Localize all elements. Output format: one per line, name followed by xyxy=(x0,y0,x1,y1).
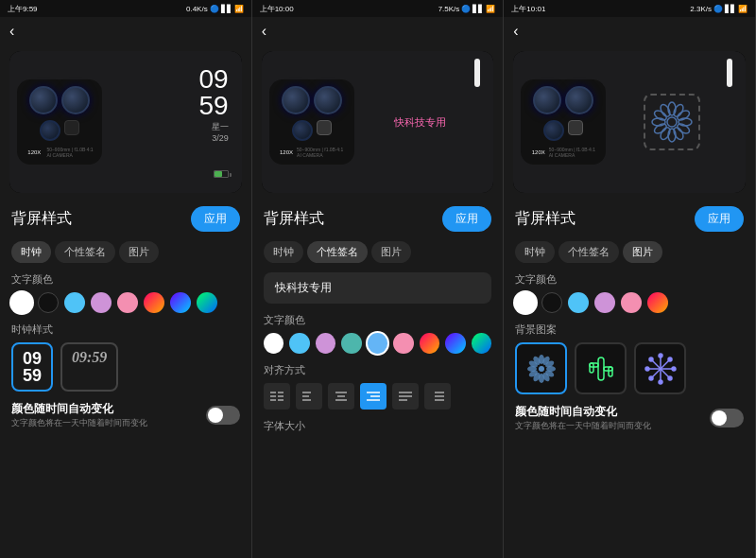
back-button-3[interactable]: ‹ xyxy=(504,17,755,45)
lens-main-3 xyxy=(533,86,561,114)
svg-point-62 xyxy=(649,376,653,380)
status-icons-2: 7.5K/s 🔵 ▋▋ 📶 xyxy=(438,5,496,13)
dashed-box-3 xyxy=(644,94,700,150)
color-black-1[interactable] xyxy=(38,292,59,313)
svg-point-21 xyxy=(667,117,677,127)
color-lightblue-2[interactable] xyxy=(289,333,310,354)
battery-area xyxy=(210,170,229,185)
tab-signature-1[interactable]: 个性签名 xyxy=(55,241,115,263)
color-black-3[interactable] xyxy=(541,292,562,313)
color-lightblue-1[interactable] xyxy=(64,292,85,313)
svg-point-34 xyxy=(539,366,544,372)
clock-style-digital-1[interactable]: 09 59 xyxy=(11,342,53,392)
svg-point-58 xyxy=(645,367,649,371)
color-pink-2[interactable] xyxy=(393,333,414,354)
color-grad1-3[interactable] xyxy=(647,292,668,313)
apply-button-1[interactable]: 应用 xyxy=(191,206,240,232)
tabs-row-1: 时钟 个性签名 图片 xyxy=(11,241,240,263)
signature-input-2[interactable]: 快科技专用 xyxy=(264,272,492,304)
tab-clock-1[interactable]: 时钟 xyxy=(11,241,51,263)
color-grad1-1[interactable] xyxy=(144,292,164,313)
color-grad1-2[interactable] xyxy=(420,333,440,354)
color-lightblue-3[interactable] xyxy=(568,292,589,313)
lens-small-2 xyxy=(292,120,313,141)
signal-icon-2: ▋▋ xyxy=(472,5,484,13)
auto-change-desc-1: 文字颜色将在一天中随着时间而变化 xyxy=(11,417,147,429)
tab-image-3[interactable]: 图片 xyxy=(623,241,662,263)
watermark-area: 快科技专用 xyxy=(354,115,487,130)
font-size-label-2: 字体大小 xyxy=(264,419,492,433)
bluetooth-icon-2: 🔵 xyxy=(461,5,471,13)
flash-2 xyxy=(317,120,332,135)
svg-rect-49 xyxy=(590,363,593,373)
toggle-auto-1[interactable] xyxy=(206,406,240,425)
panel-2: 上午10:00 7.5K/s 🔵 ▋▋ 📶 ‹ 120X 50~900mm | … xyxy=(252,0,505,558)
color-grad3-2[interactable] xyxy=(472,333,492,354)
color-white-1[interactable] xyxy=(11,292,32,313)
lens-small-1 xyxy=(40,120,60,141)
color-blue-2[interactable] xyxy=(368,333,388,354)
tab-signature-2[interactable]: 个性签名 xyxy=(307,241,368,263)
pattern-snowflake-3[interactable] xyxy=(634,342,686,394)
color-purple-1[interactable] xyxy=(91,292,112,313)
back-button-2[interactable]: ‹ xyxy=(252,17,504,45)
status-bar-1: 上午9:59 0.4K/s 🔵 ▋▋ 📶 xyxy=(0,0,251,17)
svg-point-30 xyxy=(653,122,668,135)
status-time-3: 上午10:01 xyxy=(511,4,545,14)
svg-point-57 xyxy=(659,380,662,384)
speed-indicator-3: 2.3K/s xyxy=(690,5,712,13)
tab-image-1[interactable]: 图片 xyxy=(119,241,159,263)
color-white-3[interactable] xyxy=(515,292,536,313)
wifi-icon-3: 📶 xyxy=(738,5,747,13)
toggle-auto-3[interactable] xyxy=(710,409,744,427)
color-grad2-2[interactable] xyxy=(445,333,466,354)
apply-button-3[interactable]: 应用 xyxy=(695,206,744,232)
panel-3: 上午10:01 2.3K/s 🔵 ▋▋ 📶 ‹ 120X 50~900mm | … xyxy=(504,0,756,558)
align-btn-right-alt-2[interactable] xyxy=(424,383,451,410)
camera-module-1: 120X 50~900mm | f1.0B·4:1AI CAMERA xyxy=(17,79,102,165)
color-purple-3[interactable] xyxy=(594,292,615,313)
clock-style-alt-1[interactable]: 09:59 xyxy=(60,342,118,392)
status-bar-2: 上午10:00 7.5K/s 🔵 ▋▋ 📶 xyxy=(252,0,504,17)
wifi-icon: 📶 xyxy=(234,5,244,13)
tab-clock-2[interactable]: 时钟 xyxy=(264,241,303,263)
pattern-preview-area xyxy=(606,94,738,150)
svg-point-27 xyxy=(672,126,685,141)
apply-button-2[interactable]: 应用 xyxy=(442,206,491,232)
align-btn-left-2[interactable] xyxy=(296,383,322,410)
tab-image-2[interactable]: 图片 xyxy=(371,241,411,263)
auto-change-title-3: 颜色随时间自动变化 xyxy=(515,404,651,420)
zoom-badge-1: 120X xyxy=(27,149,41,155)
back-button-1[interactable]: ‹ xyxy=(0,17,251,45)
lens-small-3 xyxy=(543,120,564,141)
clock-date-1: 星一3/29 xyxy=(212,121,229,143)
camera-body-3: 120X 50~900mm | f1.0B·4:1AI CAMERA xyxy=(513,51,746,193)
tab-signature-3[interactable]: 个性签名 xyxy=(558,241,619,263)
align-btn-left-split-2[interactable] xyxy=(264,383,290,410)
color-purple-2[interactable] xyxy=(316,333,336,354)
lens-main-2 xyxy=(282,86,310,114)
align-btn-justify-2[interactable] xyxy=(392,383,419,410)
camera-module-3: 120X 50~900mm | f1.0B·4:1AI CAMERA xyxy=(521,79,606,165)
tab-clock-3[interactable]: 时钟 xyxy=(515,241,555,263)
align-btn-center-2[interactable] xyxy=(328,383,354,410)
color-grad3-1[interactable] xyxy=(197,292,217,313)
color-teal-2[interactable] xyxy=(341,333,362,354)
lens-secondary-1 xyxy=(61,86,90,114)
color-white-2[interactable] xyxy=(264,333,284,354)
color-label-1: 文字颜色 xyxy=(11,272,240,287)
speed-indicator-2: 7.5K/s xyxy=(438,5,460,13)
status-icons-3: 2.3K/s 🔵 ▋▋ 📶 xyxy=(690,5,747,13)
auto-change-row-3: 颜色随时间自动变化 文字颜色将在一天中随着时间而变化 xyxy=(515,404,744,432)
color-grad2-1[interactable] xyxy=(170,292,191,313)
section-title-2: 背屏样式 xyxy=(264,209,324,229)
pattern-cactus-3[interactable] xyxy=(575,342,627,394)
align-btn-right-2[interactable] xyxy=(360,383,387,410)
settings-area-3: 背屏样式 应用 时钟 个性签名 图片 文字颜色 背景图案 xyxy=(504,199,755,558)
pattern-flower-3[interactable] xyxy=(515,342,567,394)
color-pink-1[interactable] xyxy=(117,292,138,313)
color-pink-3[interactable] xyxy=(621,292,642,313)
align-label-2: 对齐方式 xyxy=(264,363,492,377)
auto-change-title-1: 颜色随时间自动变化 xyxy=(11,401,147,417)
speed-indicator-1: 0.4K/s xyxy=(186,5,208,13)
